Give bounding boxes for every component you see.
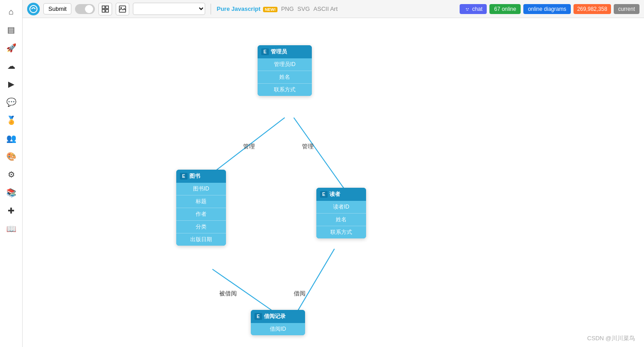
entity-admin-title: 管理员 <box>271 48 287 56</box>
entity-admin[interactable]: E 管理员 管理员ID 姓名 联系方式 <box>258 45 312 96</box>
current-badge: current <box>614 4 639 14</box>
cloud-icon[interactable]: ☁ <box>3 58 19 74</box>
svg-rect-2 <box>106 6 108 9</box>
divider <box>211 4 211 14</box>
left-sidebar: ⌂ ▤ 🚀 ☁ ▶ 💬 🏅 👥 🎨 ⚙ 📚 ✚ 📖 <box>0 0 23 347</box>
discord-chat-badge[interactable]: chat <box>460 4 487 14</box>
entity-book[interactable]: E 图书 图书ID 标题 作者 分类 出版日期 <box>176 170 226 246</box>
entity-e-badge-borrow: E <box>254 313 262 320</box>
entity-admin-header: E 管理员 <box>258 45 312 58</box>
entity-book-title: 图书 <box>189 172 200 180</box>
discord-icon <box>464 6 470 12</box>
entity-reader-title: 读者 <box>329 190 340 198</box>
entity-e-badge-reader: E <box>320 191 328 198</box>
png-link[interactable]: PNG <box>281 5 294 12</box>
toolbar: Submit Pure Javascript NEW! PNG SVG ASCI… <box>23 0 644 18</box>
svg-rect-1 <box>102 6 105 9</box>
entity-borrow-header: E 借阅记录 <box>251 310 305 323</box>
manage-label-2: 管理 <box>302 143 314 151</box>
svg-rect-3 <box>102 10 105 12</box>
svg-link[interactable]: SVG <box>297 5 310 12</box>
watermark: CSDN @川川菜鸟 <box>587 334 635 342</box>
book-field-title: 标题 <box>176 195 226 208</box>
entity-e-badge-book: E <box>180 173 188 180</box>
diagram-canvas[interactable]: 管理 管理 被借阅 借阅 E 管理员 管理员ID 姓名 联系方式 E 图书 图书… <box>23 18 644 347</box>
chat-icon[interactable]: 💬 <box>3 94 19 110</box>
reader-field-contact: 联系方式 <box>316 226 366 238</box>
svg-rect-4 <box>106 10 108 12</box>
svg-point-0 <box>30 5 37 13</box>
svg-point-7 <box>465 6 470 12</box>
file-icon[interactable]: ▤ <box>3 22 19 38</box>
svg-line-13 <box>298 249 334 310</box>
team-icon[interactable]: 👥 <box>3 130 19 147</box>
online-diagrams-label: online diagrams <box>523 4 571 14</box>
connection-lines <box>23 18 644 347</box>
logo-icon[interactable] <box>27 3 40 15</box>
svg-point-8 <box>466 8 467 9</box>
reader-field-id: 读者ID <box>316 201 366 214</box>
entity-borrow-title: 借阅记录 <box>264 313 286 320</box>
gear-icon[interactable]: ⚙ <box>3 166 19 183</box>
chat-label: chat <box>472 6 483 12</box>
book-field-category: 分类 <box>176 221 226 233</box>
plus-icon[interactable]: ✚ <box>3 203 19 219</box>
manage-label-1: 管理 <box>243 143 255 151</box>
entity-reader-header: E 读者 <box>316 188 366 201</box>
entity-book-header: E 图书 <box>176 170 226 183</box>
grid-icon[interactable] <box>99 3 112 15</box>
ascii-link[interactable]: ASCII Art <box>314 5 338 12</box>
reader-field-name: 姓名 <box>316 214 366 226</box>
open-book-icon[interactable]: 📖 <box>3 221 19 237</box>
book-field-id: 图书ID <box>176 183 226 195</box>
new-badge: NEW! <box>263 7 277 12</box>
rocket-icon[interactable]: 🚀 <box>3 40 19 56</box>
book-field-pubdate: 出版日期 <box>176 233 226 246</box>
pure-js-link[interactable]: Pure Javascript NEW! <box>216 5 277 12</box>
svg-point-6 <box>121 7 122 8</box>
book-stack-icon[interactable]: 📚 <box>3 185 19 201</box>
borrowed-label: 被借阅 <box>219 290 237 298</box>
entity-e-badge: E <box>261 48 269 55</box>
online-count-badge: 67 online <box>489 4 521 14</box>
admin-field-id: 管理员ID <box>258 58 312 71</box>
award-icon[interactable]: 🏅 <box>3 112 19 128</box>
svg-point-9 <box>468 8 469 9</box>
format-select[interactable] <box>133 3 205 15</box>
diagrams-count-badge: 269,982,358 <box>573 4 611 14</box>
entity-borrow[interactable]: E 借阅记录 借阅ID <box>251 310 305 335</box>
submit-button[interactable]: Submit <box>43 3 71 14</box>
image-icon[interactable] <box>116 3 129 15</box>
toolbar-right: chat 67 online online diagrams 269,982,3… <box>460 4 639 14</box>
svg-line-11 <box>294 118 343 188</box>
toggle-switch[interactable] <box>75 4 95 14</box>
admin-field-name: 姓名 <box>258 71 312 84</box>
play-icon[interactable]: ▶ <box>3 76 19 92</box>
book-field-author: 作者 <box>176 208 226 221</box>
entity-reader[interactable]: E 读者 读者ID 姓名 联系方式 <box>316 188 366 238</box>
borrow-label: 借阅 <box>294 290 306 298</box>
borrow-field-id: 借阅ID <box>251 323 305 335</box>
home-icon[interactable]: ⌂ <box>3 4 19 20</box>
admin-field-contact: 联系方式 <box>258 84 312 96</box>
palette-icon[interactable]: 🎨 <box>3 148 19 165</box>
